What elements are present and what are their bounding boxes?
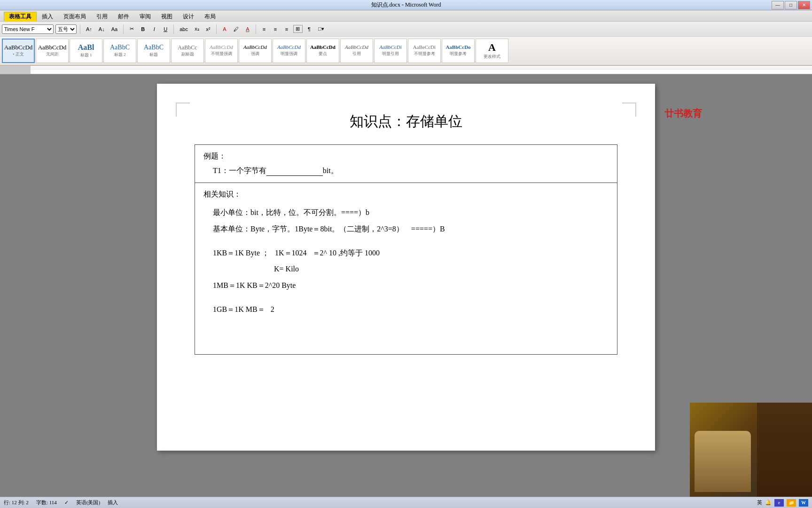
underline-button[interactable]: U [161, 25, 170, 33]
tab-table-tools[interactable]: 表格工具 [4, 12, 37, 21]
tab-references[interactable]: 引用 [91, 12, 113, 21]
style-subtitle[interactable]: AaBbCc 副标题 [171, 39, 204, 63]
style-no-spacing[interactable]: AaBbCcDd 无间距 [36, 39, 69, 63]
style-subtle-ref-label: 不明显参考 [414, 51, 435, 57]
font-shrink-button[interactable]: A↓ [96, 25, 107, 33]
page-corner-tl [176, 103, 190, 117]
style-intense-quote[interactable]: AaBbCcDi 明显引用 [374, 39, 407, 63]
knowledge-header: 相关知识： [203, 190, 609, 199]
tab-review[interactable]: 审阅 [134, 12, 156, 21]
knowledge-item-6: 1GB＝1K MB＝ 2 [203, 303, 609, 317]
example-q1: T1：一个字节有bit。 [203, 166, 609, 176]
title-bar: 知识点.docx - Microsoft Word — □ ✕ [0, 0, 812, 10]
font-name-select[interactable]: Times New F [2, 24, 54, 34]
document-title: 知识点：存储单位 [195, 112, 617, 131]
style-no-spacing-preview: AaBbCcDd [38, 44, 67, 50]
tab-page-layout[interactable]: 页面布局 [58, 12, 91, 21]
brand-watermark: 廿书教育 [664, 107, 702, 120]
taskbar-folder-icon[interactable]: 📁 [787, 499, 796, 507]
style-title-preview: AaBbC [144, 44, 164, 51]
style-quote-label: 引用 [352, 51, 361, 57]
status-language: 英语(美国) [76, 499, 100, 506]
italic-button[interactable]: I [149, 25, 159, 33]
status-mode: 插入 [108, 499, 118, 506]
example-header-text: 例题： [203, 152, 226, 160]
content-box: 例题： T1：一个字节有bit。 相关知识： 最小单位：bit，比特，位。不可分… [195, 144, 617, 355]
style-normal[interactable]: AaBbCcDd • 正文 [2, 39, 35, 63]
status-row-col: 行: 12 列: 2 [4, 499, 29, 506]
knowledge-item-4: K= Kilo [203, 262, 609, 276]
style-intense-ref-label: 明显参考 [450, 51, 467, 57]
style-heading2[interactable]: AaBbC 标题 2 [103, 39, 136, 63]
font-color-button[interactable]: A [243, 25, 252, 33]
ruler [0, 66, 812, 74]
paragraph-button[interactable]: ¶ [304, 25, 314, 33]
separator [80, 24, 80, 34]
style-subtle-em-preview: AaBbCcDd [210, 45, 233, 50]
font-size-select[interactable]: 五号 [55, 24, 77, 34]
tab-design[interactable]: 设计 [178, 12, 199, 21]
knowledge-item-3: 1KB＝1K Byte ； 1K＝1024 ＝2^ 10 ,约等于 1000 [203, 246, 609, 260]
style-subtle-em-label: 不明显强调 [211, 51, 232, 57]
example-section: 例题： T1：一个字节有bit。 [195, 145, 617, 183]
maximize-button[interactable]: □ [785, 1, 797, 9]
style-intense-ref-preview: AaBbCcDo [445, 45, 470, 50]
style-intense-ref[interactable]: AaBbCcDo 明显参考 [442, 39, 475, 63]
style-strong-preview: AaBbCcDd [310, 45, 336, 50]
align-right-button[interactable]: ≡ [282, 25, 291, 33]
ie-icon-text: e [778, 500, 780, 505]
taskbar-area: 英 🔔 e 📁 W [757, 499, 808, 507]
style-change[interactable]: A 更改样式 [476, 39, 508, 63]
bold-button[interactable]: B [138, 25, 148, 33]
taskbar-word-icon[interactable]: W [799, 499, 808, 507]
superscript-button[interactable]: x² [203, 25, 213, 33]
bookshelf [757, 403, 812, 497]
tab-insert[interactable]: 插入 [37, 12, 58, 21]
font-toolbar: Times New F 五号 A↑ A↓ Aa ✂ B I U abc x₂ x… [0, 22, 812, 37]
text-effect-button[interactable]: A [220, 25, 229, 33]
style-em-preview: AaBbCcDd [243, 45, 267, 50]
word-page: 知识点：存储单位 例题： T1：一个字节有bit。 相关知识： [157, 84, 655, 451]
style-subtitle-label: 副标题 [181, 51, 194, 57]
strikethrough-button[interactable]: abc [177, 25, 190, 33]
font-format-button[interactable]: Aa [109, 25, 120, 33]
style-heading2-label: 标题 2 [114, 52, 126, 58]
example-q1-blank [266, 169, 323, 176]
table-button[interactable]: ⊞ [293, 25, 303, 33]
highlight-button[interactable]: 🖊 [231, 25, 241, 33]
style-subtle-emphasis[interactable]: AaBbCcDd 不明显强调 [205, 39, 238, 63]
style-strong[interactable]: AaBbCcDd 要点 [306, 39, 339, 63]
bottom-spacer [203, 319, 609, 348]
tab-mail[interactable]: 邮件 [113, 12, 134, 21]
tab-layout[interactable]: 布局 [199, 12, 221, 21]
status-word-count: 字数: 114 [36, 499, 57, 506]
style-intense-emphasis[interactable]: AaBbCcDd 明显强调 [273, 39, 305, 63]
border-button[interactable]: □▾ [316, 25, 327, 33]
status-bar: 行: 12 列: 2 字数: 114 ✓ 英语(美国) 插入 英 🔔 e 📁 W [0, 497, 812, 508]
font-grow-button[interactable]: A↑ [84, 25, 94, 33]
align-center-button[interactable]: ≡ [271, 25, 280, 33]
style-heading1[interactable]: AaBl 标题 1 [70, 39, 102, 63]
clear-format-button[interactable]: ✂ [127, 25, 136, 33]
taskbar-ie-icon[interactable]: e [774, 499, 784, 507]
status-words: 字数: 114 [36, 499, 57, 506]
style-heading1-label: 标题 1 [80, 52, 92, 58]
style-subtitle-preview: AaBbCc [178, 45, 197, 50]
close-button[interactable]: ✕ [798, 1, 810, 9]
separator5 [256, 24, 256, 34]
subscript-button[interactable]: x₂ [192, 25, 202, 33]
style-subtle-ref[interactable]: AaBeCcDi 不明显参考 [408, 39, 441, 63]
separator2 [123, 24, 124, 34]
style-heading2-preview: AaBbC [110, 44, 130, 51]
separator4 [216, 24, 217, 34]
style-title[interactable]: AaBbC 标题 [137, 39, 170, 63]
camera-feed [690, 403, 812, 497]
taskbar-clock: 🔔 [765, 500, 772, 506]
minimize-button[interactable]: — [772, 1, 784, 9]
style-quote[interactable]: AaBbCcDd 引用 [340, 39, 373, 63]
tab-view[interactable]: 视图 [156, 12, 178, 21]
align-left-button[interactable]: ≡ [259, 25, 269, 33]
page-corner-tr [622, 103, 636, 117]
style-emphasis[interactable]: AaBbCcDd 强调 [239, 39, 272, 63]
example-q1-prefix: T1：一个字节有 [213, 167, 266, 175]
